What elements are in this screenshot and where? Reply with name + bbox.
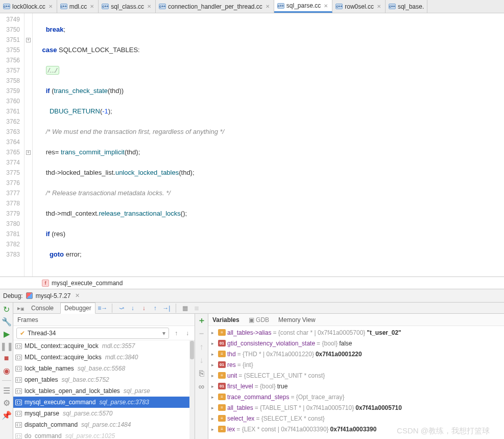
frame-row[interactable]: open_tables sql_base.cc:5752 <box>13 374 195 385</box>
debug-panel: ↻ 🔧 ▶ ❚❚ ■ ◉ ☰ ⚙ 📌 ▸▣ Console Debugger ≡… <box>0 303 504 439</box>
code-area[interactable]: break; case SQLCOM_LOCK_TABLES: /.../ if… <box>33 13 504 276</box>
scrollbar[interactable] <box>189 340 195 439</box>
variable-row[interactable]: ▸≡ trace_command_steps = {Opt_trace_arra… <box>208 391 504 402</box>
expand-icon[interactable]: ▸ <box>211 330 217 335</box>
remove-watch-button[interactable]: − <box>197 329 206 338</box>
tab-lock0lock[interactable]: c++lock0lock.cc✕ <box>0 0 57 13</box>
stop-button[interactable]: ■ <box>2 354 11 363</box>
var-type-icon: 01 <box>218 383 226 389</box>
frame-row[interactable]: MDL_context::acquire_lock mdl.cc:3557 <box>13 340 195 352</box>
up-button[interactable]: ↑ <box>197 342 206 352</box>
tab-memory-view[interactable]: Memory View <box>278 316 315 324</box>
variable-row[interactable]: ▸≡ all_tables = {TABLE_LIST * | 0x7f41a0… <box>208 402 504 413</box>
variable-row[interactable]: ▸≡ thd = {THD * | 0x7f41a0001220} 0x7f41… <box>208 349 504 359</box>
line-gutter: 3749375037513755375637573758375937603761… <box>0 13 25 276</box>
variable-row[interactable]: ▸≡ all_tables->alias = {const char * | 0… <box>208 327 504 338</box>
thread-selector[interactable]: ✔ Thread-34 ▾ <box>16 328 169 339</box>
variable-row[interactable]: ▸01 first_level = {bool} true <box>208 381 504 391</box>
show-execution-point-button[interactable]: ≡→ <box>99 304 107 312</box>
cpp-icon: c++ <box>102 4 109 9</box>
settings-button[interactable]: ⚙ <box>2 398 11 407</box>
debug-label: Debug: <box>3 292 23 299</box>
trace-button[interactable]: ≣ <box>193 304 201 312</box>
tab-mdl[interactable]: c++mdl.cc✕ <box>57 0 99 13</box>
rerun-button[interactable]: ↻ <box>2 305 11 314</box>
function-icon: f <box>42 280 49 287</box>
tab-variables[interactable]: Variables <box>212 316 239 324</box>
frame-icon <box>15 411 22 417</box>
close-icon[interactable]: ✕ <box>47 4 54 9</box>
tab-sql-parse[interactable]: c++sql_parse.cc✕ <box>274 0 332 13</box>
cpp-icon: c++ <box>60 4 67 9</box>
variables-pane: Variables ▣ GDB Memory View ▸≡ all_table… <box>208 314 504 439</box>
breadcrumb: f mysql_execute_command <box>0 277 504 289</box>
resume-button[interactable]: ▶ <box>2 329 11 338</box>
variable-row[interactable]: ▸01 res = {int} <box>208 359 504 370</box>
prev-frame-button[interactable]: ↑ <box>172 330 180 337</box>
tab-sql-base[interactable]: c++sql_base. <box>386 0 427 13</box>
frame-row[interactable]: mysql_parse sql_parse.cc:5570 <box>13 408 195 419</box>
duplicate-button[interactable]: ⎘ <box>197 369 206 378</box>
variable-row[interactable]: ▸≡ select_lex = {SELECT_LEX * const} <box>208 413 504 424</box>
next-frame-button[interactable]: ↓ <box>183 330 191 337</box>
expand-icon[interactable]: ▸ <box>211 373 217 378</box>
pause-button[interactable]: ❚❚ <box>2 341 11 351</box>
fold-expand-icon[interactable]: + <box>26 150 31 155</box>
frame-row[interactable]: lock_tables_open_and_lock_tables sql_par… <box>13 385 195 397</box>
layout-button[interactable]: ☰ <box>2 386 11 395</box>
tab-gdb[interactable]: GDB <box>256 316 269 324</box>
frame-icon <box>15 366 22 372</box>
debug-config[interactable]: mysql-5.7.27 <box>36 292 71 299</box>
folded-region[interactable]: /.../ <box>46 66 59 75</box>
tab-row0sel[interactable]: c++row0sel.cc✕ <box>332 0 386 13</box>
expand-icon[interactable]: ▸ <box>211 384 217 389</box>
close-icon[interactable]: ✕ <box>75 292 80 299</box>
tab-sql-class[interactable]: c++sql_class.cc✕ <box>99 0 156 13</box>
expand-icon[interactable]: ▸ <box>211 362 217 367</box>
close-icon[interactable]: ✕ <box>376 4 382 9</box>
variables-header: Variables ▣ GDB Memory View <box>208 314 504 326</box>
tab-debugger[interactable]: Debugger <box>60 303 95 314</box>
tab-connection-handler[interactable]: c++connection_handler_per_thread.cc✕ <box>156 0 274 13</box>
modify-button[interactable]: 🔧 <box>2 317 11 326</box>
fold-expand-icon[interactable]: + <box>26 38 31 42</box>
show-watches-button[interactable]: ∞ <box>197 382 206 391</box>
pin-button[interactable]: 📌 <box>2 410 11 420</box>
frame-row[interactable]: dispatch_command sql_parse.cc:1484 <box>13 419 195 430</box>
frame-row[interactable]: do_command sql_parse.cc:1025 <box>13 430 195 439</box>
close-icon[interactable]: ✕ <box>89 4 95 9</box>
frames-header: Frames <box>13 314 195 326</box>
close-icon[interactable]: ✕ <box>265 4 271 9</box>
output-icon[interactable]: ▸▣ <box>17 305 25 312</box>
expand-icon[interactable]: ▸ <box>211 341 217 346</box>
frame-icon <box>15 422 22 428</box>
step-over-button[interactable]: ⤻ <box>117 304 126 312</box>
breadcrumb-function[interactable]: mysql_execute_command <box>52 280 123 287</box>
expand-icon[interactable]: ▸ <box>211 395 217 400</box>
expand-icon[interactable]: ▸ <box>211 352 217 357</box>
run-to-cursor-button[interactable]: →| <box>162 304 171 312</box>
down-button[interactable]: ↓ <box>197 356 206 365</box>
frame-row[interactable]: MDL_context::acquire_locks mdl.cc:3840 <box>13 352 195 363</box>
close-icon[interactable]: ✕ <box>146 4 152 9</box>
tab-console[interactable]: Console <box>28 303 57 313</box>
step-out-button[interactable]: ↑ <box>151 304 159 312</box>
cpp-icon: c++ <box>3 4 10 9</box>
evaluate-button[interactable]: ▦ <box>181 304 189 312</box>
variable-row[interactable]: ▸01 gtid_consistency_violation_state = {… <box>208 338 504 349</box>
run-config-icon <box>26 292 33 299</box>
debug-side-toolbar: ↻ 🔧 ▶ ❚❚ ■ ◉ ☰ ⚙ 📌 <box>0 303 13 439</box>
frame-row[interactable]: mysql_execute_command sql_parse.cc:3783 <box>13 397 195 408</box>
force-step-into-button[interactable]: ↓ <box>140 304 148 312</box>
variables-list[interactable]: ▸≡ all_tables->alias = {const char * | 0… <box>208 326 504 439</box>
expand-icon[interactable]: ▸ <box>211 405 217 410</box>
new-watch-button[interactable]: ＋ <box>197 316 206 325</box>
close-icon[interactable]: ✕ <box>323 3 329 9</box>
variable-row[interactable]: ▸≡ unit = {SELECT_LEX_UNIT * const} <box>208 370 504 381</box>
frame-row[interactable]: lock_table_names sql_base.cc:5568 <box>13 363 195 374</box>
frames-list[interactable]: MDL_context::acquire_lock mdl.cc:3557 MD… <box>13 340 195 439</box>
view-breakpoints-button[interactable]: ◉ <box>2 366 11 375</box>
expand-icon[interactable]: ▸ <box>211 427 217 432</box>
expand-icon[interactable]: ▸ <box>211 416 217 421</box>
step-into-button[interactable]: ↓ <box>129 304 137 312</box>
